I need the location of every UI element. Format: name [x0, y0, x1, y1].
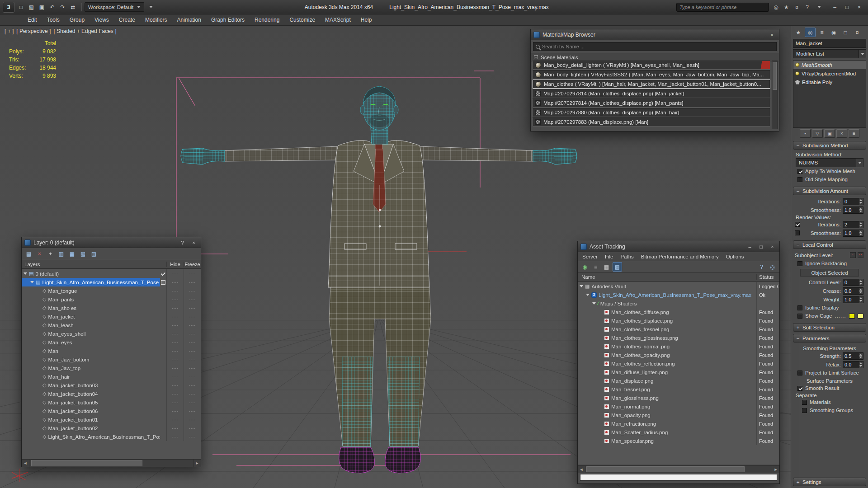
maximize-button[interactable]: □ — [841, 2, 853, 12]
layer-row-name[interactable]: ◇Man_jacket_button04 — [22, 389, 160, 398]
asset-tracking-titlebar[interactable]: Asset Tracking – □ × — [578, 241, 779, 252]
infocenter-search-input[interactable] — [679, 5, 766, 10]
layer-freeze-toggle[interactable]: ---- — [184, 295, 201, 304]
asset-row[interactable]: Man_normal.pngFound — [578, 402, 779, 411]
separate-materials-checkbox[interactable]: Materials — [794, 398, 865, 406]
delete-layer-icon[interactable]: × — [35, 249, 44, 259]
spinner-arrows[interactable] — [858, 296, 863, 303]
isoline-display-checkbox[interactable]: Isoline Display — [794, 304, 865, 312]
favorites-icon[interactable]: ★ — [782, 2, 791, 12]
spinner-arrows[interactable] — [858, 361, 863, 368]
layer-hide-toggle[interactable]: ---- — [166, 364, 184, 372]
asset-row[interactable]: 3Light_Skin_Afro_American_Businessman_T_… — [578, 291, 779, 299]
layer-row-name[interactable]: ◇Man — [22, 347, 160, 355]
community-icon[interactable]: ¤ — [792, 2, 802, 12]
asset-row[interactable]: Man_diffuse_lighten.pngFound — [578, 368, 779, 376]
smooth-result-checkbox[interactable]: Smooth Result — [794, 384, 865, 392]
object-name-field[interactable] — [793, 39, 866, 48]
smoothness-spinner[interactable]: 1.0 — [843, 206, 863, 214]
layer-hide-toggle[interactable]: ---- — [166, 432, 184, 441]
layer-row-name[interactable]: ◇Man_jacket_button06 — [22, 407, 160, 415]
select-and-link-icon[interactable]: ⇄ — [68, 2, 78, 12]
vertex-subobject-icon[interactable]: ∴ — [850, 252, 856, 258]
layer-row[interactable]: ◇Man_jacket_button06-------- — [22, 407, 201, 415]
ignore-backfacing-checkbox[interactable]: Ignore Backfacing — [794, 259, 865, 267]
layer-current-mark[interactable] — [160, 355, 166, 364]
layer-row[interactable]: ◇Man_jacket_button04-------- — [22, 389, 201, 398]
layer-row-name[interactable]: ◇Man_jacket_button01 — [22, 415, 160, 424]
menu-item-bitmap-performance-and-memory[interactable]: Bitmap Performance and Memory — [637, 252, 722, 261]
show-cage-checkbox[interactable]: Show Cage ...... — [794, 312, 865, 320]
strength-spinner[interactable]: 0.5 — [843, 352, 863, 360]
layer-freeze-toggle[interactable]: ---- — [184, 321, 201, 329]
layer-hide-toggle[interactable]: ---- — [166, 381, 184, 389]
material-search-box[interactable] — [533, 42, 777, 51]
render-iterations-spinner[interactable]: 2 — [843, 221, 863, 228]
layer-window-close-button[interactable]: × — [189, 239, 198, 246]
layer-hide-toggle[interactable]: ---- — [166, 321, 184, 329]
crease-spinner[interactable]: 0.0 — [843, 287, 863, 295]
layer-hide-toggle[interactable]: ---- — [166, 338, 184, 347]
name-column-header[interactable]: Name — [578, 274, 756, 280]
layer-row[interactable]: ◇Man-------- — [22, 347, 201, 355]
menu-item-create[interactable]: Create — [114, 14, 140, 25]
asset-row[interactable]: Man_displace.pngFound — [578, 376, 779, 385]
layers-column-header[interactable]: Layers — [22, 262, 160, 267]
layer-current-mark[interactable] — [160, 269, 166, 278]
modify-tab-icon[interactable]: ◎ — [805, 28, 816, 37]
layer-row[interactable]: ◇Man_sho es-------- — [22, 304, 201, 312]
layer-freeze-toggle[interactable]: ---- — [184, 329, 201, 338]
asset-row[interactable]: Man_clothes_glossiness.pngFound — [578, 333, 779, 342]
iterations-spinner[interactable]: 0 — [843, 198, 863, 205]
layer-row-name[interactable]: ◇Man_Jaw_bottom — [22, 355, 160, 364]
layer-current-mark[interactable] — [160, 295, 166, 304]
layer-window-titlebar[interactable]: Layer: 0 (default) ? × — [22, 237, 201, 248]
layer-freeze-toggle[interactable]: ---- — [184, 278, 201, 286]
thumbnail-view-icon[interactable]: ▩ — [613, 262, 622, 272]
subdivision-method-select[interactable]: NURMS — [796, 158, 863, 167]
layer-horizontal-scrollbar[interactable]: ◄ ► — [22, 459, 201, 467]
show-end-result-button[interactable]: ▽ — [812, 129, 823, 138]
layer-freeze-toggle[interactable]: ---- — [184, 381, 201, 389]
layer-freeze-toggle[interactable]: ---- — [184, 286, 201, 295]
vault-options-icon[interactable]: ◎ — [768, 262, 777, 272]
menu-item-views[interactable]: Views — [90, 14, 114, 25]
asset-row[interactable]: Man_Scatter_radius.pngFound — [578, 428, 779, 436]
asset-row[interactable]: Man_clothes_displace.pngFound — [578, 316, 779, 325]
application-menu-button[interactable]: 3 — [3, 2, 14, 13]
collapse-icon[interactable] — [534, 55, 538, 59]
layer-freeze-toggle[interactable]: ---- — [184, 312, 201, 321]
layer-row-name[interactable]: ◇Man_Jaw_top — [22, 364, 160, 372]
layer-hide-toggle[interactable]: ---- — [166, 355, 184, 364]
layer-freeze-toggle[interactable]: ---- — [184, 398, 201, 407]
menu-item-help[interactable]: Help — [356, 14, 377, 25]
material-row[interactable]: Map #2070297880 (Man_clothes_displace.pn… — [533, 108, 770, 117]
layer-hide-toggle[interactable]: ---- — [166, 389, 184, 398]
rollout-local-control[interactable]: − Local Control — [793, 240, 866, 249]
layer-row-name[interactable]: ◇Man_sho es — [22, 304, 160, 312]
scroll-right-icon[interactable]: ► — [193, 460, 201, 467]
asset-row[interactable]: Man_clothes_diffuse.pngFound — [578, 308, 779, 316]
set-current-layer-icon[interactable]: ▦ — [67, 249, 77, 259]
spinner-arrows[interactable] — [858, 279, 863, 286]
menu-item-group[interactable]: Group — [65, 14, 90, 25]
layer-current-mark[interactable] — [160, 304, 166, 312]
layer-row-name[interactable]: ◇Man_tongue — [22, 286, 160, 295]
layer-current-mark[interactable] — [160, 381, 166, 389]
modifier-stack-row[interactable]: MeshSmooth — [793, 61, 866, 69]
hide-column-header[interactable]: Hide — [166, 262, 184, 267]
asset-row[interactable]: Man_opacity.pngFound — [578, 411, 779, 419]
pin-stack-button[interactable]: ▪ — [800, 129, 811, 138]
layer-hide-toggle[interactable]: ---- — [166, 329, 184, 338]
layer-current-mark[interactable] — [160, 329, 166, 338]
hide-freeze-options-icon[interactable]: ▨ — [89, 249, 99, 259]
layer-hide-toggle[interactable]: ---- — [166, 269, 184, 278]
edge-subobject-icon[interactable]: ∵ — [858, 252, 863, 258]
layer-row[interactable]: ◇Man_leash-------- — [22, 321, 201, 329]
layer-hide-toggle[interactable]: ---- — [166, 347, 184, 355]
display-tab-icon[interactable]: □ — [840, 28, 851, 37]
asset-row[interactable]: Man_glossiness.pngFound — [578, 394, 779, 402]
material-row[interactable]: Man_body_detail_lighten ( VRayMtl ) [Man… — [533, 61, 770, 70]
table-view-icon[interactable]: ▦ — [602, 262, 611, 272]
layer-hide-toggle[interactable]: ---- — [166, 398, 184, 407]
